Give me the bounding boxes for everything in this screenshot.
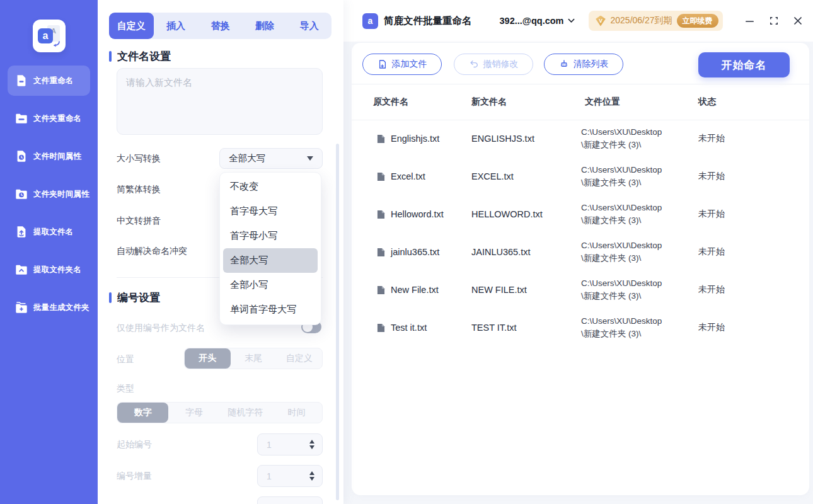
table-row[interactable]: Helloword.txt HELLOWORD.txt C:\Users\XU\… (352, 195, 809, 233)
file-list-card: 添加文件 撤销修改 清除列表 开始命名 原文件名 新文件名 文件位置 状态 En… (352, 43, 809, 495)
button-label: 撤销修改 (483, 59, 519, 70)
dropdown-option[interactable]: 单词首字母大写 (220, 297, 321, 322)
sidebar: A a 文件重命名 文件夹重命名 文件时间属性 文件夹时间属性 提取文件名 提取… (0, 0, 98, 504)
sidebar-item-extract-file-name[interactable]: 提取文件名 (8, 217, 90, 247)
position-segmented-control: 开头末尾自定义 (184, 348, 323, 369)
undo-changes-button[interactable]: 撤销修改 (454, 54, 533, 75)
column-header-new-name: 新文件名 (471, 96, 507, 108)
stepper-value: 1 (267, 440, 309, 450)
vip-gem-icon: V (595, 16, 606, 26)
sidebar-item-folder-time-attr[interactable]: 文件夹时间属性 (8, 179, 90, 209)
case-convert-label: 大小写转换 (117, 153, 161, 164)
sidebar-item-extract-folder-name[interactable]: 提取文件夹名 (8, 255, 90, 285)
batch-create-folder-icon (14, 301, 28, 314)
status-text: 未开始 (698, 133, 725, 144)
case-convert-select[interactable]: 全部大写 (219, 148, 323, 169)
column-header-location: 文件位置 (585, 96, 620, 108)
step-up-icon[interactable] (309, 471, 314, 475)
type-option-1[interactable]: 字母 (168, 403, 219, 423)
type-option-2[interactable]: 随机字符 (220, 403, 271, 423)
tab-import[interactable]: 导入 (287, 13, 332, 39)
sidebar-item-folder-rename[interactable]: 文件夹重命名 (8, 103, 90, 134)
button-label: 添加文件 (392, 59, 427, 70)
new-file-name: JAINLU365.txt (471, 247, 531, 257)
settings-panel: 自定义插入替换删除导入 文件名设置 大小写转换 全部大写 简繁体转换 中文转拼音… (98, 0, 343, 504)
new-file-name: EXCEL.txt (471, 171, 514, 181)
increment-stepper[interactable]: 1 (257, 465, 323, 487)
app-logo: A a (33, 20, 66, 52)
tab-insert[interactable]: 插入 (154, 13, 199, 39)
start-number-label: 起始编号 (117, 439, 152, 450)
only-number-label: 仅使用编号作为文件名 (117, 323, 205, 334)
position-option-2[interactable]: 自定义 (276, 348, 322, 369)
dropdown-option[interactable]: 首字母大写 (220, 199, 321, 224)
auto-resolve-conflict-label: 自动解决命名冲突 (117, 246, 187, 257)
status-text: 未开始 (698, 322, 725, 333)
panel-scrollbar[interactable] (336, 144, 339, 500)
account-email: 392...@qq.com (500, 16, 564, 26)
tab-custom[interactable]: 自定义 (109, 13, 154, 39)
button-label: 清除列表 (574, 59, 609, 70)
add-file-icon (378, 59, 388, 69)
sidebar-item-file-time-attr[interactable]: 文件时间属性 (8, 141, 90, 171)
stepper-arrows[interactable] (309, 471, 314, 481)
file-icon (377, 248, 385, 257)
clear-broom-icon (559, 59, 569, 69)
account-menu[interactable]: 392...@qq.com (500, 16, 575, 26)
file-location: C:\Users\XU\Desktop \新建文件夹 (3)\ (581, 164, 662, 189)
type-option-3[interactable]: 时间 (271, 403, 322, 423)
dropdown-option[interactable]: 首字母小写 (220, 224, 321, 248)
status-text: 未开始 (698, 209, 725, 220)
sidebar-item-batch-create-folder[interactable]: 批量生成文件夹 (8, 292, 90, 323)
sidebar-item-file-rename[interactable]: 文件重命名 (8, 66, 90, 96)
minimize-button[interactable] (745, 15, 754, 26)
tab-replace[interactable]: 替换 (198, 13, 243, 39)
clear-list-button[interactable]: 清除列表 (544, 54, 623, 75)
tab-delete[interactable]: 删除 (243, 13, 287, 39)
type-option-0[interactable]: 数字 (117, 403, 168, 423)
position-option-1[interactable]: 末尾 (231, 348, 277, 369)
app-icon: a (362, 13, 378, 29)
type-label: 类型 (117, 383, 134, 394)
renew-button[interactable]: 立即续费 (677, 14, 718, 28)
new-filename-input[interactable] (117, 68, 323, 135)
heading-accent-bar (109, 51, 112, 62)
window-titlebar: a 简鹿文件批量重命名 392...@qq.com V 2025/06/27到期… (343, 0, 813, 42)
close-icon (793, 16, 802, 25)
start-rename-button[interactable]: 开始命名 (698, 52, 790, 77)
filename-section-heading: 文件名设置 (109, 49, 171, 64)
old-file-name: New File.txt (391, 285, 439, 295)
folder-time-icon (14, 187, 28, 201)
increment-label: 编号增量 (117, 471, 152, 482)
table-row[interactable]: New File.txt NEW FILE.txt C:\Users\XU\De… (352, 271, 809, 309)
step-down-icon[interactable] (309, 445, 314, 449)
heading-accent-bar (109, 292, 112, 303)
table-row[interactable]: jainlu365.txt JAINLU365.txt C:\Users\XU\… (352, 233, 809, 271)
file-location: C:\Users\XU\Desktop \新建文件夹 (3)\ (581, 277, 662, 302)
section-title: 编号设置 (117, 290, 160, 305)
case-convert-dropdown: 不改变首字母大写首字母小写全部大写全部小写单词首字母大写 (219, 172, 321, 325)
minimize-icon (745, 16, 754, 26)
step-up-icon[interactable] (309, 440, 314, 444)
table-row[interactable]: Excel.txt EXCEL.txt C:\Users\XU\Desktop … (352, 158, 809, 195)
start-number-stepper[interactable]: 1 (257, 433, 323, 455)
dropdown-option[interactable]: 全部小写 (220, 273, 321, 297)
step-down-icon[interactable] (309, 477, 314, 481)
simplified-traditional-label: 简繁体转换 (117, 184, 161, 195)
dropdown-option[interactable]: 全部大写 (223, 248, 318, 273)
table-row[interactable]: Englishjs.txt ENGLISHJS.txt C:\Users\XU\… (352, 120, 809, 158)
dropdown-option[interactable]: 不改变 (220, 175, 321, 199)
position-option-0[interactable]: 开头 (185, 348, 231, 369)
table-row[interactable]: Test it.txt TEST IT.txt C:\Users\XU\Desk… (352, 309, 809, 346)
close-button[interactable] (793, 15, 802, 26)
add-files-button[interactable]: 添加文件 (362, 54, 442, 75)
stepper-arrows[interactable] (309, 440, 314, 449)
type-segmented-control: 数字字母随机字符时间 (117, 402, 323, 423)
extract-folder-name-icon (14, 263, 28, 277)
maximize-button[interactable] (770, 15, 778, 26)
file-location: C:\Users\XU\Desktop \新建文件夹 (3)\ (581, 202, 662, 227)
digits-stepper-partial[interactable] (257, 496, 323, 504)
stepper-value: 1 (267, 471, 309, 481)
old-file-name: Englishjs.txt (391, 134, 439, 144)
file-icon (377, 285, 385, 295)
